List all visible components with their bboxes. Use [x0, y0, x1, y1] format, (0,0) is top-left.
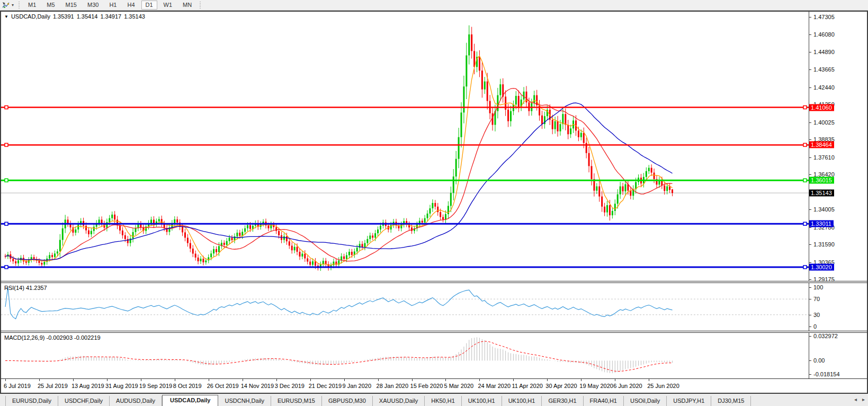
hline-handle[interactable] [5, 106, 8, 109]
hline-handle[interactable] [803, 266, 807, 269]
window-menu-icon[interactable]: ▼ [4, 14, 8, 19]
date-label: 24 Mar 2020 [478, 383, 511, 389]
timeframe-button-m1[interactable]: M1 [24, 1, 40, 10]
date-tickmark [310, 379, 311, 381]
rsi-tick-label: 30 [809, 312, 820, 318]
hline-handle[interactable] [803, 106, 807, 109]
price-tick-label: 1.34005 [809, 206, 835, 213]
ohlc-close: 1.35143 [124, 13, 145, 20]
timeframe-button-h4[interactable]: H4 [123, 1, 139, 10]
date-label: 19 Sep 2019 [139, 383, 172, 389]
rsi-tick-label: 100 [809, 284, 823, 290]
hline-handle[interactable] [803, 179, 807, 182]
macd-axis[interactable]: 0.0329720.00-0.018154 [809, 333, 867, 378]
hline-handle[interactable] [5, 143, 8, 146]
date-label: 5 Mar 2020 [444, 383, 473, 389]
price-tick-label: 1.42440 [809, 84, 835, 91]
toolbar-grip [199, 2, 202, 9]
chart-tab-usdjpy-h1[interactable]: USDJPY,H1 [667, 396, 711, 406]
timeframe-button-mn[interactable]: MN [178, 1, 196, 10]
date-label: 11 Apr 2020 [512, 383, 543, 389]
rsi-tick-label: 0 [809, 323, 817, 330]
tab-scroll-left-icon[interactable]: ◂ [854, 396, 857, 402]
date-label: 3 Dec 2019 [275, 383, 305, 389]
timeframe-button-m15[interactable]: M15 [61, 1, 81, 10]
hline-handle[interactable] [803, 143, 807, 146]
date-label: 25 Jul 2019 [38, 383, 68, 389]
date-label: 6 Jun 2020 [613, 383, 642, 389]
chart-tab-usdcad-daily[interactable]: USDCAD,Daily [162, 395, 218, 406]
date-tickmark [412, 379, 413, 381]
date-tickmark [107, 379, 108, 381]
current-price-tag: 1.35143 [809, 190, 834, 197]
date-label: 13 Aug 2019 [71, 383, 104, 389]
hline-handle[interactable] [5, 266, 8, 269]
timeframe-toolbar: ▾ M1M5M15M30H1H4D1W1MN [0, 0, 868, 11]
date-label: 25 Jun 2020 [647, 383, 679, 389]
chart-cursor-icon[interactable] [2, 2, 11, 9]
chart-tab-ger30-h1[interactable]: GER30,H1 [542, 396, 583, 406]
date-tickmark [209, 379, 209, 381]
date-axis[interactable]: 6 Jul 201925 Jul 201913 Aug 201931 Aug 2… [1, 378, 867, 393]
hline-handle[interactable] [803, 222, 807, 225]
toolbar-grip [18, 2, 21, 9]
chart-tab-audusd-daily[interactable]: AUDUSD,Daily [110, 396, 162, 406]
chart-tab-dj30-m15[interactable]: DJ30,M15 [711, 396, 751, 406]
macd-tick-label: 0.00 [809, 357, 825, 364]
timeframe-button-m30[interactable]: M30 [83, 1, 103, 10]
chart-tab-uk100-h1[interactable]: UK100,H1 [502, 396, 542, 406]
chart-tab-uk100-h1[interactable]: UK100,H1 [462, 396, 502, 406]
drawing-tool-group: ▾ [0, 0, 16, 10]
date-tickmark [344, 379, 345, 381]
chart-tab-gbpusd-m30[interactable]: GBPUSD,M30 [322, 396, 373, 406]
chevron-down-icon[interactable]: ▾ [12, 3, 14, 7]
date-label: 15 Feb 2020 [410, 383, 443, 389]
date-label: 8 Oct 2019 [173, 383, 202, 389]
date-label: 9 Jan 2020 [343, 383, 371, 389]
chart-symbol-label: USDCAD,Daily [11, 13, 50, 20]
chart-tab-usdcnh-daily[interactable]: USDCNH,Daily [218, 396, 271, 406]
date-label: 6 Jul 2019 [4, 383, 31, 389]
chart-tab-usdchf-daily[interactable]: USDCHF,Daily [58, 396, 110, 406]
chart-tab-hk50-h1[interactable]: HK50,H1 [425, 396, 462, 406]
chart-tab-eurusd-m15[interactable]: EURUSD,M15 [271, 396, 322, 406]
ohlc-low: 1.34917 [100, 13, 121, 20]
tab-scroll-right-icon[interactable]: ▸ [862, 396, 865, 402]
price-tick-label: 1.46080 [809, 31, 835, 38]
price-tag: 1.36015 [809, 177, 834, 184]
date-tickmark [479, 379, 480, 381]
date-tickmark [378, 379, 379, 381]
chart-tab-eurusd-daily[interactable]: EURUSD,Daily [5, 396, 58, 406]
timeframe-button-h1[interactable]: H1 [105, 1, 121, 10]
ohlc-high: 1.35414 [77, 13, 98, 20]
macd-label: MACD(12,26,9) -0.002903 -0.002219 [4, 334, 101, 341]
chart-tab-xauusd-daily[interactable]: XAUUSD,Daily [373, 396, 425, 406]
price-chart[interactable]: ▼ USDCAD,Daily 1.353911.354141.349171.35… [1, 12, 809, 281]
price-tag: 1.30020 [809, 263, 834, 270]
date-tickmark [276, 379, 277, 381]
date-tickmark [547, 379, 548, 381]
hline-handle[interactable] [5, 222, 8, 225]
date-label: 30 Apr 2020 [545, 383, 577, 389]
chart-tab-fra40-h1[interactable]: FRA40,H1 [584, 396, 624, 406]
date-tickmark [615, 379, 615, 381]
chart-tab-usoil-daily[interactable]: USOil,Daily [624, 396, 667, 406]
timeframe-button-d1[interactable]: D1 [141, 1, 157, 10]
date-tickmark [39, 379, 40, 381]
macd-panel[interactable]: MACD(12,26,9) -0.002903 -0.002219 [1, 333, 809, 378]
hline-handle[interactable] [5, 179, 8, 182]
date-label: 21 Dec 2019 [309, 383, 342, 389]
date-label: 26 Oct 2019 [207, 383, 239, 389]
macd-tick-label: 0.032972 [809, 333, 838, 339]
date-label: 31 Aug 2019 [105, 383, 138, 389]
date-tickmark [175, 379, 175, 381]
date-tickmark [141, 379, 141, 381]
date-tickmark [5, 379, 6, 381]
price-axis[interactable]: 1.473051.460801.448901.436651.424401.412… [809, 12, 867, 281]
date-tickmark [445, 379, 446, 381]
timeframe-button-w1[interactable]: W1 [159, 1, 177, 10]
price-tick-label: 1.29175 [809, 276, 835, 283]
timeframe-button-m5[interactable]: M5 [42, 1, 59, 10]
rsi-axis[interactable]: 10070300 [809, 283, 867, 331]
rsi-panel[interactable]: RSI(14) 41.2357 [1, 283, 809, 331]
